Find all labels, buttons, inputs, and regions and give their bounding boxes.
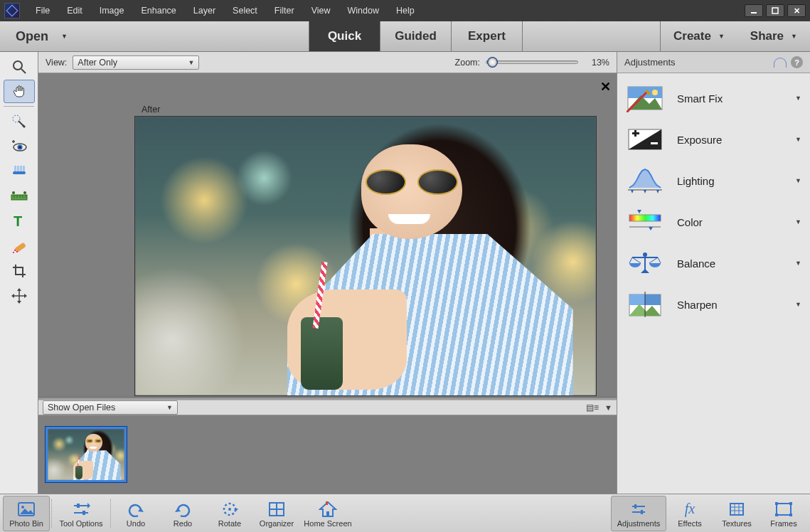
- menu-view[interactable]: View: [303, 3, 339, 18]
- color-icon: [626, 207, 664, 237]
- adj-smart-fix[interactable]: Smart Fix ▼: [620, 78, 807, 119]
- bb-label: Photo Bin: [9, 519, 43, 528]
- document-image[interactable]: [134, 116, 597, 396]
- hand-tool[interactable]: [4, 80, 35, 103]
- type-tool[interactable]: T: [4, 209, 35, 233]
- adj-lighting[interactable]: Lighting ▼: [620, 160, 807, 201]
- menu-filter[interactable]: Filter: [266, 3, 303, 18]
- move-tool[interactable]: [4, 284, 35, 307]
- svg-rect-12: [14, 166, 16, 171]
- close-button[interactable]: ✕: [787, 4, 806, 17]
- svg-marker-48: [644, 190, 646, 193]
- minimize-button[interactable]: [745, 4, 763, 17]
- adj-label: Color: [677, 216, 782, 228]
- svg-rect-98: [789, 502, 792, 505]
- effects-tab-button[interactable]: fx Effects: [666, 496, 713, 531]
- svg-point-23: [23, 191, 26, 194]
- bb-label: Adjustments: [617, 519, 661, 528]
- svg-point-8: [18, 146, 21, 148]
- spot-heal-tool[interactable]: [4, 234, 35, 257]
- menu-image[interactable]: Image: [91, 3, 133, 18]
- open-menu-button[interactable]: Open ▼: [0, 21, 309, 52]
- zoom-label: Zoom:: [455, 58, 480, 68]
- bin-filter-dropdown[interactable]: Show Open Files ▼: [43, 400, 178, 415]
- bin-collapse-icon[interactable]: ▼: [604, 403, 612, 412]
- tool-options-button[interactable]: Tool Options: [53, 496, 109, 531]
- close-document-button[interactable]: ✕: [600, 79, 611, 95]
- svg-rect-1: [772, 8, 778, 14]
- bb-label: Textures: [722, 519, 752, 528]
- svg-text:T: T: [14, 213, 22, 229]
- tool-column: T: [0, 52, 38, 494]
- undo-button[interactable]: Undo: [112, 496, 159, 531]
- crop-tool[interactable]: [4, 259, 35, 282]
- share-menu-button[interactable]: Share ▼: [750, 29, 797, 43]
- svg-rect-85: [326, 511, 329, 516]
- view-dropdown[interactable]: After Only ▼: [73, 55, 199, 70]
- reset-icon[interactable]: [774, 58, 787, 68]
- share-label: Share: [750, 29, 784, 43]
- view-dropdown-value: After Only: [78, 58, 117, 68]
- svg-marker-32: [17, 301, 21, 304]
- svg-rect-63: [629, 294, 645, 305]
- adj-color[interactable]: Color ▼: [620, 201, 807, 243]
- menu-window[interactable]: Window: [339, 3, 388, 18]
- sharpen-icon: [626, 289, 664, 319]
- mode-quick[interactable]: Quick: [309, 21, 380, 51]
- home-screen-button[interactable]: Home Screen: [300, 496, 356, 531]
- menu-enhance[interactable]: Enhance: [132, 3, 184, 18]
- svg-rect-64: [645, 294, 661, 305]
- help-icon[interactable]: ?: [791, 56, 803, 68]
- adj-balance[interactable]: Balance ▼: [620, 243, 807, 284]
- menu-select[interactable]: Select: [224, 3, 266, 18]
- rotate-button[interactable]: Rotate: [206, 496, 253, 531]
- create-menu-button[interactable]: Create ▼: [673, 29, 725, 43]
- bb-label: Organizer: [260, 519, 294, 528]
- svg-point-61: [643, 252, 647, 257]
- adj-sharpen[interactable]: Sharpen ▼: [620, 284, 807, 325]
- redeye-tool[interactable]: [4, 134, 35, 158]
- bin-options-icon[interactable]: ▤≡: [586, 403, 599, 413]
- maximize-button[interactable]: [766, 4, 784, 17]
- svg-point-2: [14, 61, 22, 70]
- whiten-teeth-tool[interactable]: [4, 159, 35, 183]
- zoom-tool[interactable]: [4, 55, 35, 78]
- svg-marker-47: [631, 190, 634, 193]
- after-label: After: [142, 105, 160, 115]
- bb-label: Rotate: [218, 519, 241, 528]
- mode-expert[interactable]: Expert: [452, 21, 523, 51]
- menu-layer[interactable]: Layer: [185, 3, 224, 18]
- adjustments-tab-button[interactable]: Adjustments: [611, 496, 666, 531]
- svg-rect-50: [629, 215, 661, 221]
- svg-marker-53: [649, 227, 653, 230]
- adj-exposure[interactable]: Exposure ▼: [620, 119, 807, 160]
- organizer-icon: [268, 499, 285, 519]
- chevron-down-icon: ▼: [718, 33, 725, 40]
- photo-bin-icon: [17, 499, 36, 519]
- redo-button[interactable]: Redo: [159, 496, 206, 531]
- photo-bin-thumbnail[interactable]: [46, 427, 127, 482]
- app-logo-icon: [4, 3, 20, 18]
- menu-edit[interactable]: Edit: [58, 3, 91, 18]
- mode-expert-label: Expert: [468, 29, 506, 43]
- frames-tab-button[interactable]: Frames: [760, 496, 807, 531]
- chevron-down-icon: ▼: [795, 218, 801, 225]
- chevron-down-icon: ▼: [188, 59, 194, 66]
- svg-rect-89: [634, 504, 636, 509]
- zoom-slider-thumb[interactable]: [488, 58, 497, 67]
- zoom-slider[interactable]: [486, 60, 578, 64]
- textures-tab-button[interactable]: Textures: [713, 496, 760, 531]
- mode-guided[interactable]: Guided: [380, 21, 452, 51]
- svg-rect-14: [20, 166, 22, 171]
- straighten-tool[interactable]: [4, 184, 35, 208]
- photo-bin-button[interactable]: Photo Bin: [3, 496, 50, 531]
- svg-marker-52: [637, 210, 641, 213]
- menu-file[interactable]: File: [27, 3, 58, 18]
- svg-line-59: [658, 257, 661, 263]
- chevron-down-icon: ▼: [166, 404, 173, 411]
- quick-select-tool[interactable]: [4, 110, 35, 133]
- organizer-button[interactable]: Organizer: [253, 496, 300, 531]
- svg-rect-45: [651, 142, 658, 144]
- chevron-down-icon: ▼: [795, 95, 801, 102]
- menu-help[interactable]: Help: [388, 3, 423, 18]
